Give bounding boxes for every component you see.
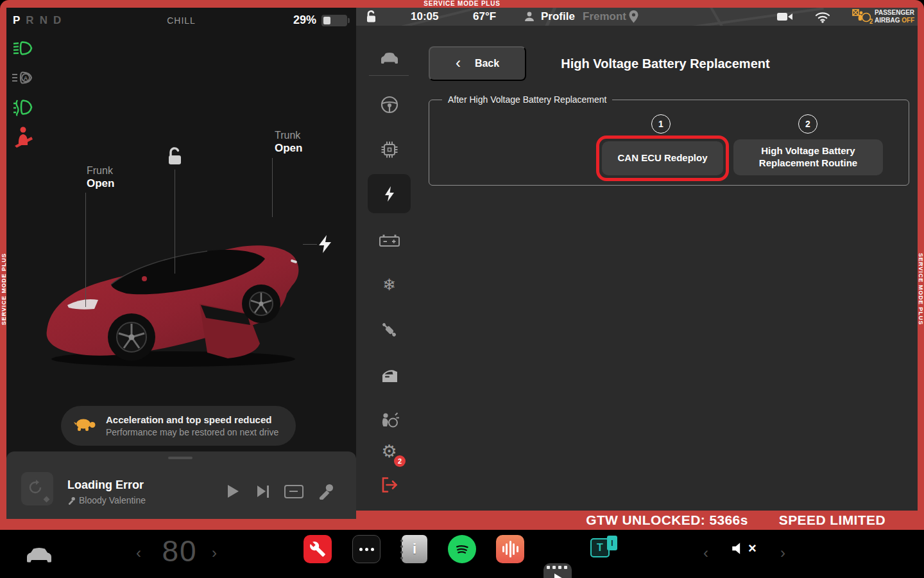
- car-icon: [24, 545, 54, 564]
- car-front-icon: [379, 50, 400, 66]
- service-mode-right-strip: SERVICE MODE PLUS: [917, 228, 924, 350]
- service-app-active[interactable]: [304, 535, 332, 563]
- notification-subtitle: Performance may be restored on next driv…: [106, 427, 278, 437]
- auto-high-beam-icon: A: [10, 69, 32, 89]
- karaoke-mic-button[interactable]: [316, 483, 336, 500]
- tezlab-i-icon: I: [607, 536, 617, 550]
- battery-percent: 29%: [293, 13, 316, 27]
- main-display-region: 10:05 67°F Profile Fremont: [356, 8, 918, 511]
- temp-increase-chevron[interactable]: ›: [212, 544, 217, 562]
- volume-muted-button[interactable]: ×: [730, 540, 757, 557]
- frunk-status-label[interactable]: FrunkOpen: [87, 164, 114, 190]
- fog-light-icon: [12, 98, 33, 117]
- mic-icon: [318, 483, 334, 500]
- map-road: [633, 8, 824, 26]
- sidebar-item-exit-service[interactable]: [368, 472, 411, 498]
- contacts-app[interactable]: i: [402, 535, 427, 563]
- dashcam-icon[interactable]: [776, 8, 793, 26]
- audio-streaming-app[interactable]: [496, 535, 524, 563]
- sidebar-item-doors[interactable]: [368, 363, 411, 389]
- rear-wheel: [242, 285, 280, 323]
- sidebar-item-vehicle[interactable]: [368, 45, 411, 71]
- map-pin-icon: [629, 8, 638, 26]
- play-icon: [554, 574, 564, 578]
- wifi-icon[interactable]: [814, 8, 831, 26]
- trunk-status-label[interactable]: TrunkOpen: [275, 129, 302, 155]
- media-drag-handle[interactable]: [168, 457, 193, 459]
- all-apps-button[interactable]: [352, 535, 381, 563]
- performance-notification[interactable]: Acceleration and top speed reduced Perfo…: [61, 406, 296, 446]
- clock: 10:05: [411, 8, 438, 26]
- temp-decrease-chevron[interactable]: ‹: [136, 544, 141, 562]
- volume-up-chevron[interactable]: ›: [780, 544, 785, 562]
- profile-icon[interactable]: [524, 8, 535, 26]
- lock-status-icon[interactable]: [364, 8, 379, 26]
- media-player[interactable]: Loading Error Bloody Valentine: [6, 451, 356, 519]
- keyboard-button[interactable]: [284, 483, 304, 500]
- step-1-number: 1: [651, 114, 671, 134]
- sidebar-item-steering[interactable]: [368, 92, 411, 118]
- service-panel: ❄ ⚙ 2: [356, 26, 918, 511]
- mic-small-icon: [67, 496, 76, 505]
- hv-battery-replacement-routine-button[interactable]: High Voltage Battery Replacement Routine: [733, 139, 883, 175]
- contacts-icon: i: [413, 541, 416, 557]
- speed-limited-label: SPEED LIMITED: [779, 512, 886, 528]
- seatbelt-warning-icon: [13, 126, 35, 145]
- tezlab-app[interactable]: T I: [590, 536, 620, 557]
- frunk-leader-line: [85, 193, 86, 307]
- sidebar-item-ecu[interactable]: [368, 137, 411, 162]
- profile-menu[interactable]: Profile: [541, 8, 575, 26]
- charge-port-bolt-icon[interactable]: [319, 235, 332, 256]
- snowflake-icon: ❄: [382, 277, 396, 293]
- volume-down-chevron[interactable]: ‹: [703, 544, 708, 562]
- instrument-cluster-panel: PRND CHILL 29% A: [6, 8, 356, 519]
- exit-icon: [380, 476, 399, 494]
- speaker-muted-icon: [730, 540, 747, 557]
- group-legend: After High Voltage Battery Replacement: [442, 94, 612, 105]
- battery-icon: [321, 15, 347, 26]
- album-badge: [44, 496, 50, 503]
- sidebar-item-high-voltage-selected[interactable]: [368, 174, 411, 213]
- service-status-bar: GTW UNLOCKED: 5366s SPEED LIMITED: [356, 511, 918, 530]
- cluster-topbar: PRND CHILL 29%: [6, 8, 356, 33]
- lock-leader-line: [175, 170, 175, 274]
- status-bar: 10:05 67°F Profile Fremont: [356, 8, 918, 26]
- sidebar-item-airbag[interactable]: [368, 407, 411, 433]
- chevron-left-icon: ‹: [456, 55, 461, 71]
- wrench-icon: [309, 541, 326, 557]
- sidebar-item-suspension[interactable]: [368, 317, 411, 343]
- sidebar-item-lv-battery[interactable]: [368, 227, 411, 253]
- page-title: High Voltage Battery Replacement: [561, 57, 769, 71]
- front-wheel: [108, 313, 155, 361]
- spotify-app[interactable]: [448, 535, 476, 563]
- speed-limit-value[interactable]: 80: [154, 534, 205, 568]
- svg-text:2: 2: [869, 18, 873, 24]
- can-ecu-redeploy-button[interactable]: CAN ECU Redeploy: [602, 141, 723, 175]
- vehicle-visualization: [35, 209, 311, 372]
- waveform-icon: [502, 546, 504, 552]
- passenger-airbag-icon: 2: [852, 8, 873, 26]
- sidebar-item-alerts[interactable]: ⚙ 2: [368, 439, 411, 464]
- sidebar-item-hvac[interactable]: ❄: [368, 272, 411, 297]
- after-replacement-group: After High Voltage Battery Replacement 1…: [429, 100, 909, 186]
- ellipsis-icon: [359, 548, 363, 551]
- passenger-airbag-text: PASSENGER AIRBAG OFF: [875, 8, 914, 26]
- alerts-badge: 2: [394, 455, 406, 467]
- charge-port-line: [303, 244, 317, 245]
- play-button[interactable]: [223, 483, 243, 500]
- back-button[interactable]: ‹ Back: [429, 46, 526, 81]
- step-2-number: 2: [798, 114, 817, 134]
- vehicle-controls-button[interactable]: [24, 545, 54, 566]
- unlocked-icon[interactable]: [166, 146, 185, 170]
- sidebar-divider: [369, 75, 409, 76]
- theater-app[interactable]: [543, 563, 572, 578]
- spotify-icon: [452, 539, 472, 559]
- media-title: Loading Error: [67, 478, 144, 492]
- film-strip-icon: [547, 566, 550, 569]
- album-art-placeholder[interactable]: [21, 472, 53, 505]
- outside-temperature: 67°F: [473, 8, 496, 26]
- gtw-unlocked-label: GTW UNLOCKED: 5366s: [586, 512, 748, 528]
- low-beam-icon: [12, 40, 33, 59]
- skip-next-button[interactable]: [253, 483, 273, 500]
- mute-x-icon: ×: [748, 541, 757, 556]
